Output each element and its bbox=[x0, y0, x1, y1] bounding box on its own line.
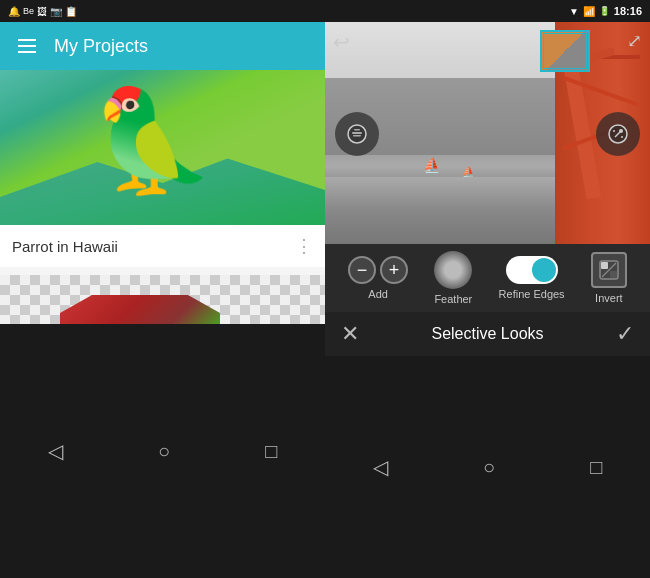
editor-title: Selective Looks bbox=[431, 325, 543, 343]
right-panel: ⛵ ⛵ ↩ ⤢ bbox=[325, 22, 650, 578]
nav-bar-right: ◁ ○ □ bbox=[325, 356, 650, 578]
notification-icon: 🔔 bbox=[8, 6, 20, 17]
editor-image: ⛵ ⛵ ↩ ⤢ bbox=[325, 22, 650, 244]
image-icon: 🖼 bbox=[37, 6, 47, 17]
behance-icon: Be bbox=[23, 6, 34, 16]
more-icon-parrot[interactable]: ⋮ bbox=[295, 235, 313, 257]
project-card-kyoto[interactable]: Kyoto Temple ⋮ bbox=[0, 275, 325, 324]
home-button-left[interactable]: ○ bbox=[138, 432, 190, 471]
back-button-left[interactable]: ◁ bbox=[28, 431, 83, 471]
editor-circle-icons bbox=[325, 112, 650, 156]
minus-button[interactable]: − bbox=[348, 256, 376, 284]
undo-icon[interactable]: ↩ bbox=[333, 30, 350, 54]
add-control: − + bbox=[348, 256, 408, 284]
svg-rect-1 bbox=[352, 132, 362, 134]
refine-edges-toggle[interactable] bbox=[506, 256, 558, 284]
brace1 bbox=[562, 75, 639, 106]
project-label-parrot: Parrot in Hawaii bbox=[12, 238, 118, 255]
home-button-right[interactable]: ○ bbox=[463, 448, 515, 487]
svg-rect-3 bbox=[353, 135, 361, 137]
status-bar: 🔔 Be 🖼 📷 📋 ▼ 📶 🔋 18:16 bbox=[0, 0, 650, 22]
editor-bottom-bar: ✕ Selective Looks ✓ bbox=[325, 312, 650, 356]
status-icons-left: 🔔 Be 🖼 📷 📋 bbox=[8, 6, 77, 17]
undo-icon-area: ↩ bbox=[333, 30, 350, 54]
app-title: My Projects bbox=[54, 36, 148, 57]
project-thumb-kyoto bbox=[0, 275, 325, 324]
wand-circle-icon[interactable] bbox=[596, 112, 640, 156]
projects-list[interactable]: 🦜 Parrot in Hawaii ⋮ bbox=[0, 70, 325, 324]
sailboat2: ⛵ bbox=[462, 166, 474, 177]
back-button-right[interactable]: ◁ bbox=[353, 447, 408, 487]
signal-icon: 📶 bbox=[583, 6, 595, 17]
editor-toolbar: − + Add Feather Refine Edges bbox=[325, 244, 650, 312]
plus-button[interactable]: + bbox=[380, 256, 408, 284]
svg-rect-13 bbox=[610, 271, 617, 278]
main-content: My Projects 🦜 Parrot in Hawaii ⋮ bbox=[0, 22, 650, 578]
parrot-emoji: 🦜 bbox=[90, 90, 215, 190]
thumbnail-corner[interactable] bbox=[540, 30, 590, 72]
left-panel: My Projects 🦜 Parrot in Hawaii ⋮ bbox=[0, 22, 325, 578]
feather-circle bbox=[434, 251, 472, 289]
kyoto-temple bbox=[50, 290, 250, 324]
status-time: 18:16 bbox=[614, 5, 642, 17]
add-label: Add bbox=[368, 288, 388, 300]
cancel-button[interactable]: ✕ bbox=[341, 321, 359, 347]
tool-refine-edges[interactable]: Refine Edges bbox=[499, 256, 565, 300]
expand-icon[interactable]: ⤢ bbox=[627, 30, 642, 52]
invert-icon-box bbox=[591, 252, 627, 288]
thumb-corner-border bbox=[543, 33, 587, 69]
battery-icon: 🔋 bbox=[599, 6, 610, 16]
recent-button-left[interactable]: □ bbox=[245, 432, 297, 471]
toggle-knob bbox=[532, 258, 556, 282]
invert-label: Invert bbox=[595, 292, 623, 304]
recent-button-right[interactable]: □ bbox=[570, 448, 622, 487]
project-thumb-parrot: 🦜 bbox=[0, 70, 325, 225]
sailboat1: ⛵ bbox=[423, 157, 440, 173]
svg-rect-12 bbox=[601, 262, 608, 269]
confirm-button[interactable]: ✓ bbox=[616, 321, 634, 347]
tool-feather[interactable]: Feather bbox=[434, 251, 472, 305]
wifi-icon: ▼ bbox=[569, 6, 579, 17]
status-icons-right: ▼ 📶 🔋 18:16 bbox=[569, 5, 642, 17]
nav-bar-left: ◁ ○ □ bbox=[0, 324, 325, 578]
feather-label: Feather bbox=[434, 293, 472, 305]
kyoto-checkerboard bbox=[0, 275, 325, 324]
project-card-parrot[interactable]: 🦜 Parrot in Hawaii ⋮ bbox=[0, 70, 325, 267]
clipboard-icon: 📋 bbox=[65, 6, 77, 17]
tool-invert[interactable]: Invert bbox=[591, 252, 627, 304]
brush-circle-icon[interactable] bbox=[335, 112, 379, 156]
svg-rect-2 bbox=[354, 129, 360, 131]
toolbar: My Projects bbox=[0, 22, 325, 70]
hamburger-menu[interactable] bbox=[14, 35, 40, 57]
tool-add[interactable]: − + Add bbox=[348, 256, 408, 300]
expand-icon-area: ⤢ bbox=[627, 30, 642, 52]
camera-icon: 📷 bbox=[50, 6, 62, 17]
svg-point-6 bbox=[619, 129, 623, 133]
refine-edges-label: Refine Edges bbox=[499, 288, 565, 300]
project-label-row-parrot: Parrot in Hawaii ⋮ bbox=[0, 225, 325, 267]
